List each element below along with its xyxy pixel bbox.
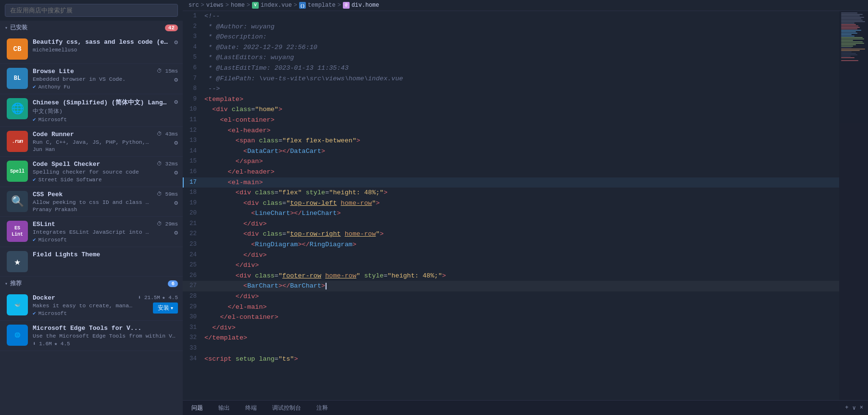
code-line-23: 23 <RingDiagram></RingDiagram> (183, 239, 839, 250)
code-line-6: 6 * @LastEditTime: 2023-01-13 11:35:43 (183, 63, 839, 74)
gear-icon-browse-lite[interactable]: ⚙ (174, 76, 178, 84)
installed-chevron: ▾ (5, 25, 8, 31)
ext-icon-code-runner: .run (7, 131, 28, 152)
template-icon: {} (299, 2, 306, 9)
vue-icon: V (252, 2, 259, 9)
breadcrumb-sep4: > (294, 2, 297, 9)
install-arrow-docker: ▾ (171, 305, 173, 311)
gear-icon-beautify[interactable]: ⚙ (174, 38, 178, 46)
ext-icon-chinese: 🌐 (7, 98, 28, 119)
ext-item-chinese[interactable]: 🌐 Chinese (Simplified) (简体中文) Languag...… (0, 94, 183, 127)
breadcrumb-file: index.vue (261, 2, 292, 9)
ext-name-docker: Docker (33, 294, 133, 302)
gear-icon-eslint[interactable]: ⚙ (174, 229, 178, 237)
ext-name-field-lights: Field Lights Theme (33, 251, 178, 258)
code-line-27: 27 <BarChart></BarChart> (183, 281, 839, 291)
ext-time-code-runner: ⏱ 43ms (157, 131, 178, 137)
verified-icon-browse-lite: ✔ (33, 84, 36, 90)
ext-name-edge-tools: Microsoft Edge Tools for V... (33, 325, 178, 332)
tab-debug-console[interactable]: 调试控制台 (268, 402, 305, 414)
ext-actions-beautify: ⚙ (174, 38, 178, 46)
tab-comments[interactable]: 注释 (313, 402, 332, 414)
verified-icon-chinese: ✔ (33, 116, 36, 123)
ext-desc-browse-lite: Embedded browser in VS Code. (33, 76, 152, 82)
ext-name-chinese: Chinese (Simplified) (简体中文) Languag... (33, 98, 169, 107)
ext-info-eslint: ESLint Integrates ESLint JavaScript into… (33, 221, 152, 243)
ext-item-edge-tools[interactable]: 🌐 Microsoft Edge Tools for V... Use the … (0, 321, 183, 351)
ext-author-spell-checker: Street Side Software (38, 177, 102, 183)
gear-icon-spell-checker[interactable]: ⚙ (174, 169, 178, 176)
code-line-34: 34 <script setup lang="ts"> (183, 354, 839, 365)
ext-item-css-peek[interactable]: 🔍 CSS Peek Allow peeking to css ID and c… (0, 187, 183, 217)
ext-info-chinese: Chinese (Simplified) (简体中文) Languag... 中… (33, 98, 169, 123)
ext-item-browse-lite[interactable]: BL Browse Lite Embedded browser in VS Co… (0, 64, 183, 94)
tab-output[interactable]: 输出 (214, 402, 234, 414)
ext-icon-eslint: ESLint (7, 221, 28, 242)
ext-name-browse-lite: Browse Lite (33, 68, 152, 75)
tab-terminal[interactable]: 终端 (241, 402, 261, 414)
breadcrumb-src: src (189, 2, 199, 9)
ext-meta-chinese: ✔ Microsoft (33, 116, 169, 123)
code-line-31: 31 </div> (183, 323, 839, 333)
edge-downloads: ⬇ 1.6M (33, 340, 52, 347)
ext-name-eslint: ESLint (33, 221, 152, 228)
ext-meta-spell-checker: ✔ Street Side Software (33, 176, 152, 183)
minimap (839, 11, 868, 400)
ext-actions-code-runner: ⏱ 43ms ⚙ (157, 131, 178, 147)
ext-desc-spell-checker: Spelling checker for source code (33, 169, 152, 175)
ext-icon-browse-lite: BL (7, 68, 28, 89)
ext-meta-eslint: ✔ Microsoft (33, 237, 152, 243)
breadcrumb: src > views > home > V index.vue > {} te… (183, 0, 868, 11)
ext-time-eslint: ⏱ 29ms (157, 221, 178, 227)
close-panel-button[interactable]: × (860, 404, 863, 411)
code-line-17: 17 <el-main> (183, 177, 839, 188)
code-line-9: 9 <template> (183, 94, 839, 105)
ext-item-code-runner[interactable]: .run Code Runner Run C, C++, Java, JS, P… (0, 127, 183, 157)
ext-meta-docker: ✔ Microsoft (33, 310, 133, 316)
code-line-30: 30 </el-container> (183, 312, 839, 323)
ext-name-beautify: Beautify css, sass and less code (extens… (33, 38, 169, 46)
gear-icon-css-peek[interactable]: ⚙ (174, 199, 178, 207)
install-button-docker[interactable]: 安装 ▾ (153, 302, 178, 314)
code-line-33: 33 (183, 343, 839, 354)
ext-desc-code-runner: Run C, C++, Java, JS, PHP, Python, Perl,… (33, 139, 152, 145)
ext-icon-spell-checker: Spell (7, 161, 28, 182)
ext-icon-edge-tools: 🌐 (7, 325, 28, 346)
code-line-11: 11 <el-container> (183, 115, 839, 126)
code-line-26: 26 <div class="footer-row home-row" styl… (183, 271, 839, 281)
ext-item-beautify[interactable]: cb Beautify css, sass and less code (ext… (0, 35, 183, 64)
code-line-10: 10 <div class="home"> (183, 104, 839, 115)
ext-meta-edge-tools: ⬇ 1.6M ★ 4.5 (33, 340, 178, 347)
recommended-section-header[interactable]: ▾ 推荐 6 (0, 277, 183, 290)
breadcrumb-div-home: div.home (352, 2, 379, 9)
search-bar (0, 0, 183, 21)
ext-item-eslint[interactable]: ESLint ESLint Integrates ESLint JavaScri… (0, 217, 183, 247)
ext-item-spell-checker[interactable]: Spell Code Spell Checker Spelling checke… (0, 157, 183, 187)
breadcrumb-sep3: > (247, 2, 250, 9)
ext-name-spell-checker: Code Spell Checker (33, 161, 152, 168)
ext-item-field-lights[interactable]: ★ Field Lights Theme (0, 247, 183, 277)
installed-section-header[interactable]: ▾ 已安装 42 (0, 21, 183, 35)
tab-problems[interactable]: 问题 (188, 402, 207, 414)
installed-label: 已安装 (10, 24, 27, 32)
gear-icon-code-runner[interactable]: ⚙ (174, 139, 178, 147)
code-line-7: 7 * @FilePath: \vue-ts-vite\src\views\ho… (183, 74, 839, 84)
code-line-24: 24 </div> (183, 250, 839, 261)
ext-desc-docker: Makes it easy to create, manage, and deb… (33, 302, 133, 309)
ext-name-code-runner: Code Runner (33, 131, 152, 138)
ext-info-beautify: Beautify css, sass and less code (extens… (33, 38, 169, 53)
ext-actions-chinese: ⚙ (174, 98, 178, 106)
add-panel-button[interactable]: + (845, 404, 848, 411)
search-input[interactable] (5, 4, 178, 17)
ext-item-docker[interactable]: 🐳 Docker Makes it easy to create, manage… (0, 290, 183, 321)
installed-badge: 42 (165, 25, 178, 31)
verified-icon-eslint: ✔ (33, 237, 36, 243)
ext-info-docker: Docker Makes it easy to create, manage, … (33, 294, 133, 316)
gear-icon-chinese[interactable]: ⚙ (174, 98, 178, 106)
ext-info-css-peek: CSS Peek Allow peeking to css ID and cla… (33, 191, 152, 213)
code-container[interactable]: 1 <!-- 2 * @Author: wuyang 3 * @Descript… (183, 11, 839, 400)
ext-icon-beautify: cb (7, 38, 28, 60)
ext-actions-docker: ⬇ 21.5M ★ 4.5 安装 ▾ (138, 294, 178, 314)
collapse-panel-button[interactable]: ∨ (853, 404, 856, 412)
ext-author-css-peek: Pranay Prakash (33, 207, 77, 213)
